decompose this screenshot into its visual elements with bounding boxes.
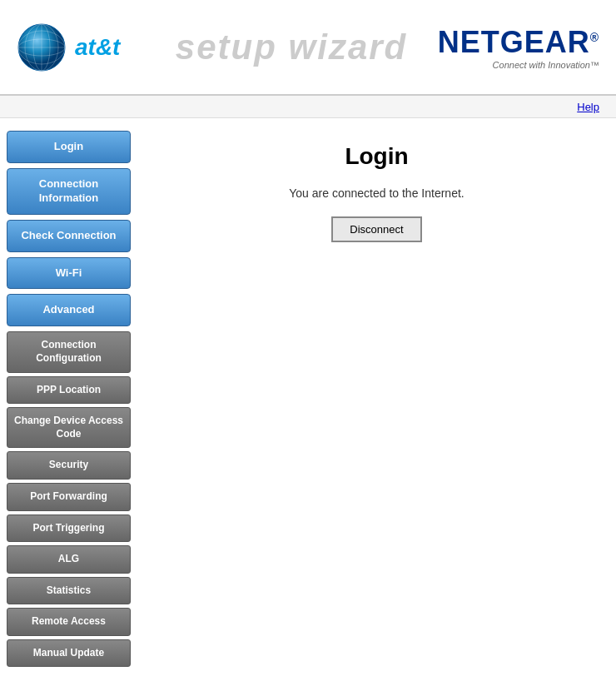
att-globe-icon: [17, 22, 67, 72]
sidebar-btn-change-device-access-code[interactable]: Change Device Access Code: [7, 407, 131, 448]
att-logo: at&t: [17, 22, 120, 72]
content-area: Login You are connected to the Internet.…: [137, 118, 616, 681]
page-title: Login: [171, 143, 583, 170]
sidebar-btn-security[interactable]: Security: [7, 451, 131, 480]
disconnect-button[interactable]: Disconnect: [331, 216, 421, 242]
sidebar-btn-ppp-location[interactable]: PPP Location: [7, 376, 131, 405]
status-text: You are connected to the Internet.: [171, 186, 583, 200]
netgear-tagline: Connect with Innovation™: [493, 60, 599, 70]
att-brand-text: at&t: [75, 34, 120, 61]
sidebar-btn-login[interactable]: Login: [7, 131, 131, 163]
sidebar-btn-port-forwarding[interactable]: Port Forwarding: [7, 483, 131, 511]
sidebar-btn-remote-access[interactable]: Remote Access: [7, 608, 131, 636]
netgear-brand-text: NETGEAR®: [438, 25, 599, 60]
header: at&t setup wizard NETGEAR® Connect with …: [0, 0, 616, 96]
secondary-nav: Connection ConfigurationPPP LocationChan…: [7, 331, 131, 667]
main-layout: LoginConnection InformationCheck Connect…: [0, 118, 616, 681]
primary-nav: LoginConnection InformationCheck Connect…: [7, 131, 131, 326]
sidebar-btn-wifi[interactable]: Wi-Fi: [7, 257, 131, 290]
sidebar-btn-advanced[interactable]: Advanced: [7, 294, 131, 326]
sidebar-btn-connection-information[interactable]: Connection Information: [7, 168, 131, 215]
sidebar-btn-alg[interactable]: ALG: [7, 545, 131, 574]
sidebar-btn-check-connection[interactable]: Check Connection: [7, 220, 131, 252]
sidebar-btn-port-triggering[interactable]: Port Triggering: [7, 514, 131, 543]
netgear-logo: NETGEAR® Connect with Innovation™: [438, 25, 599, 70]
header-center-text: setup wizard: [120, 27, 437, 67]
sidebar-btn-manual-update[interactable]: Manual Update: [7, 639, 131, 668]
help-bar: Help: [0, 96, 616, 118]
help-link[interactable]: Help: [577, 101, 599, 113]
sidebar: LoginConnection InformationCheck Connect…: [0, 118, 137, 681]
sidebar-btn-connection-configuration[interactable]: Connection Configuration: [7, 331, 131, 372]
sidebar-btn-statistics[interactable]: Statistics: [7, 577, 131, 605]
